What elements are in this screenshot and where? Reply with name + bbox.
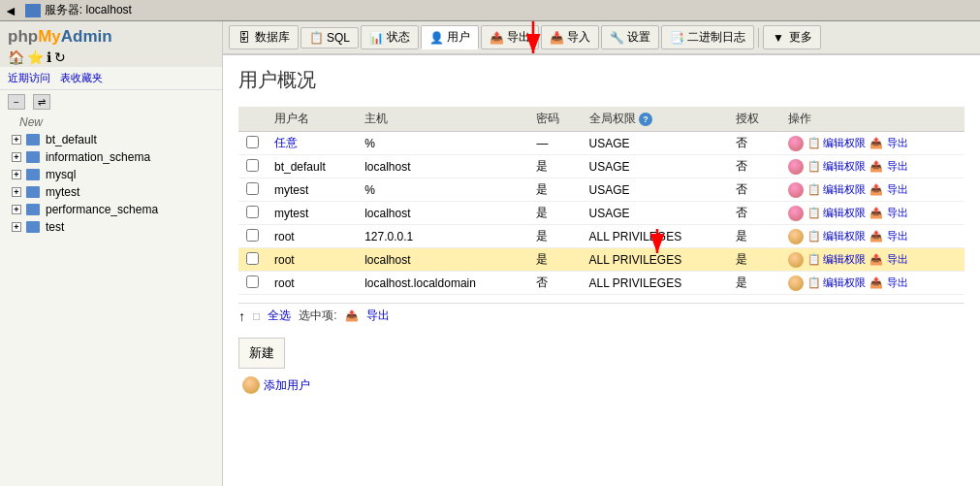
toolbar-container: 🗄数据库📋SQL📊状态👤用户📤导出📥导入🔧设置📑二进制日志▼更多	[223, 21, 980, 55]
toolbar-btn-more[interactable]: ▼更多	[763, 25, 821, 49]
row-checkbox-6[interactable]	[238, 272, 267, 295]
toolbar-btn-user[interactable]: 👤用户	[421, 25, 479, 49]
add-user-link[interactable]: 添加用户	[238, 376, 964, 394]
export-icon-2: 📤	[869, 183, 883, 196]
sidebar-item-test[interactable]: + test	[0, 218, 222, 236]
tab-title: 服务器: localhost	[45, 2, 132, 18]
edit-link-3[interactable]: 📋 编辑权限	[807, 206, 866, 220]
toolbar-btn-db[interactable]: 🗄数据库	[229, 25, 299, 49]
sidebar-item-mysql[interactable]: + mysql	[0, 166, 222, 183]
cell-privileges-0: USAGE	[582, 132, 728, 155]
checkbox-input-2[interactable]	[246, 182, 259, 195]
edit-link-4[interactable]: 📋 编辑权限	[807, 229, 866, 243]
cell-username-3: mytest	[267, 202, 357, 225]
edit-icon-3: 📋	[807, 207, 821, 219]
export-link-6[interactable]: 导出	[887, 275, 908, 290]
sidebar-item-bt_default[interactable]: + bt_default	[0, 131, 222, 148]
select-all-link[interactable]: 全选	[268, 308, 291, 324]
table-row: root127.0.0.1是ALL PRIVILEGES是 📋 编辑权限 📤 导…	[238, 225, 964, 248]
checkbox-input-6[interactable]	[246, 275, 259, 288]
row-checkbox-1[interactable]	[238, 155, 267, 178]
toolbar-icon-import: 📥	[550, 31, 563, 45]
edit-link-1[interactable]: 📋 编辑权限	[807, 159, 866, 174]
cell-grant-0: 否	[728, 132, 780, 155]
toolbar-btn-settings[interactable]: 🔧设置	[601, 25, 659, 49]
recent-link[interactable]: 近期访问	[8, 71, 50, 85]
cell-actions-0: 📋 编辑权限 📤 导出	[780, 132, 964, 155]
row-checkbox-3[interactable]	[238, 202, 267, 225]
expand-icon: +	[12, 222, 21, 232]
username-link-0[interactable]: 任意	[274, 136, 298, 149]
cell-privileges-4: ALL PRIVILEGES	[582, 225, 728, 248]
user-avatar-6	[788, 275, 804, 291]
sidebar-nav: 近期访问 表收藏夹	[0, 67, 222, 90]
star-icon[interactable]: ⭐	[27, 49, 44, 65]
db-name: mytest	[46, 185, 79, 199]
edit-link-5[interactable]: 📋 编辑权限	[807, 252, 866, 267]
row-checkbox-4[interactable]	[238, 225, 267, 248]
export-link-2[interactable]: 导出	[887, 182, 908, 197]
edit-icon-0: 📋	[807, 137, 821, 149]
home-icon[interactable]: 🏠	[8, 49, 24, 65]
expand-icon: +	[12, 187, 21, 197]
table-header-0: 用户名	[267, 107, 357, 132]
toolbar-icon-settings: 🔧	[610, 31, 623, 45]
toolbar-btn-sql[interactable]: 📋SQL	[300, 27, 359, 49]
toolbar-icon-binary: 📑	[670, 31, 683, 45]
cell-username-0: 任意	[267, 132, 357, 155]
toolbar-btn-binary[interactable]: 📑二进制日志	[661, 25, 754, 49]
checkbox-input-1[interactable]	[246, 159, 259, 172]
export-link-3[interactable]: 导出	[887, 206, 908, 220]
export-link-0[interactable]: 导出	[887, 136, 908, 150]
sidebar-controls: − ⇌	[0, 90, 222, 113]
tree-new[interactable]: New	[0, 113, 222, 131]
checkbox-input-4[interactable]	[246, 229, 259, 242]
info-badge[interactable]: ?	[639, 113, 652, 126]
toolbar-icon-more: ▼	[772, 31, 785, 45]
edit-icon-1: 📋	[807, 160, 821, 173]
sidebar: phpMyAdmin 🏠 ⭐ ℹ ↻ 近期访问 表收藏夹 − ⇌ New + b…	[0, 21, 223, 486]
db-name: information_schema	[46, 150, 150, 164]
favorites-link[interactable]: 表收藏夹	[60, 71, 103, 85]
toolbar-label-db: 数据库	[255, 29, 290, 46]
export-icon-3: 📤	[869, 207, 883, 219]
export-link-5[interactable]: 导出	[887, 252, 908, 267]
cell-host-1: localhost	[357, 155, 528, 178]
toolbar-btn-import[interactable]: 📥导入	[541, 25, 599, 49]
info-icon2[interactable]: ℹ	[47, 49, 51, 65]
edit-link-6[interactable]: 📋 编辑权限	[807, 275, 866, 290]
sidebar-item-information_schema[interactable]: + information_schema	[0, 148, 222, 166]
expand-icon: +	[12, 205, 21, 214]
row-checkbox-5[interactable]	[238, 248, 267, 272]
export-control-link[interactable]: 导出	[366, 308, 390, 324]
edit-link-2[interactable]: 📋 编辑权限	[807, 182, 866, 197]
sidebar-item-performance_schema[interactable]: + performance_schema	[0, 201, 222, 218]
cell-password-5: 是	[528, 248, 581, 272]
toolbar-label-more: 更多	[789, 29, 812, 46]
table-row: bt_defaultlocalhost是USAGE否 📋 编辑权限 📤 导出	[238, 155, 964, 178]
expand-icon: +	[12, 152, 21, 162]
cell-host-6: localhost.localdomain	[357, 272, 528, 295]
checkbox-input-5[interactable]	[246, 252, 259, 265]
collapse-btn[interactable]: −	[8, 94, 25, 110]
export-link-4[interactable]: 导出	[887, 229, 908, 243]
up-arrow[interactable]: ↑	[238, 308, 245, 324]
cell-grant-5: 是	[728, 248, 780, 272]
back-button[interactable]: ◄	[4, 3, 17, 18]
checkbox-input-0[interactable]	[246, 136, 259, 148]
toolbar-btn-status[interactable]: 📊状态	[361, 25, 419, 49]
checkbox-input-3[interactable]	[246, 206, 259, 218]
refresh-icon[interactable]: ↻	[54, 49, 66, 65]
sidebar-item-mytest[interactable]: + mytest	[0, 183, 222, 201]
db-icon	[26, 134, 40, 146]
table-header-checkbox	[238, 107, 267, 132]
row-checkbox-2[interactable]	[238, 178, 267, 202]
export-link-1[interactable]: 导出	[887, 159, 908, 174]
row-checkbox-0[interactable]	[238, 132, 267, 155]
db-icon	[26, 186, 40, 198]
export-icon-5: 📤	[869, 253, 883, 266]
toolbar: 🗄数据库📋SQL📊状态👤用户📤导出📥导入🔧设置📑二进制日志▼更多	[223, 21, 980, 55]
expand-btn[interactable]: ⇌	[33, 94, 50, 110]
edit-link-0[interactable]: 📋 编辑权限	[807, 136, 866, 150]
toolbar-btn-export[interactable]: 📤导出	[481, 25, 539, 49]
